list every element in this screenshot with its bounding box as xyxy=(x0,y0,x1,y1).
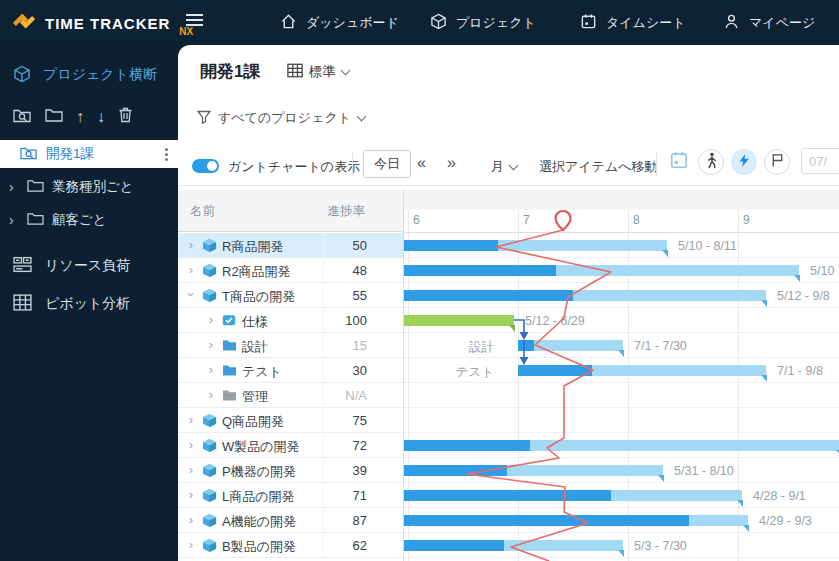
gantt-bar-progress xyxy=(404,240,498,251)
more-menu-icon[interactable] xyxy=(165,148,168,161)
trash-icon[interactable] xyxy=(118,107,133,127)
chevron-collapsed-icon[interactable]: › xyxy=(186,488,196,501)
chevron-right-icon: › xyxy=(9,179,19,195)
page-title: 開発1課 xyxy=(200,60,260,83)
search-folder-icon[interactable] xyxy=(13,107,32,128)
table-row[interactable]: ›L商品の開発71 xyxy=(178,483,403,508)
table-view-icon xyxy=(287,63,303,81)
chevron-collapsed-icon[interactable]: › xyxy=(186,438,196,451)
table-row[interactable]: ›A機能の開発87 xyxy=(178,508,403,533)
today-pin-icon xyxy=(556,211,571,230)
chevron-down-icon xyxy=(357,112,367,122)
chevron-collapsed-icon[interactable]: › xyxy=(186,263,196,276)
cube-icon xyxy=(202,288,217,303)
sidebar-item-pivot-analysis[interactable]: ピボット分析 xyxy=(0,288,178,320)
table-row[interactable]: ›管理N/A xyxy=(178,383,403,408)
task-name: W製品の開発 xyxy=(222,438,300,456)
gantt-toggle-label: ガントチャートの表示 xyxy=(228,158,360,176)
today-button[interactable]: 今日 xyxy=(363,150,411,178)
pivot-grid-icon xyxy=(13,294,32,314)
arrow-up-icon[interactable]: ↑ xyxy=(76,109,84,125)
nav-item-dashboard[interactable]: ダッシュボード xyxy=(280,0,399,45)
time-scale-selector[interactable]: 月 xyxy=(491,158,517,176)
pin-date-input[interactable] xyxy=(801,148,839,174)
table-row[interactable]: ›設計15 xyxy=(178,333,403,358)
project-filter[interactable]: すべてのプロジェクト xyxy=(197,109,365,127)
chevron-expanded-icon[interactable]: › xyxy=(185,290,198,300)
logo-title: TIME TRACKER xyxy=(45,15,170,32)
table-row[interactable]: ›P機器の開発39 xyxy=(178,458,403,483)
sidebar-item-by-worktype[interactable]: › 業務種別ごと xyxy=(0,173,178,201)
table-row[interactable]: ›R2商品開発48 xyxy=(178,258,403,283)
next-page-button[interactable]: » xyxy=(447,154,456,172)
chevron-down-icon xyxy=(509,161,519,171)
gantt-bar[interactable] xyxy=(404,290,766,301)
bar-date-label: 5/3 - 7/30 xyxy=(634,539,687,553)
task-progress: 75 xyxy=(353,413,367,428)
gantt-bar[interactable] xyxy=(404,490,742,501)
chevron-collapsed-icon[interactable]: › xyxy=(206,388,216,401)
sidebar-item-resource-load[interactable]: リソース負荷 xyxy=(0,250,178,282)
app-logo[interactable]: TIME TRACKER NX xyxy=(10,7,193,39)
gantt-bar[interactable] xyxy=(404,240,667,251)
nav-item-project[interactable]: プロジェクト xyxy=(430,0,536,45)
gantt-bar[interactable] xyxy=(404,515,748,526)
progress-line-button[interactable] xyxy=(731,149,757,175)
sidebar-item-dev1[interactable]: 開発1課 xyxy=(0,140,178,168)
prev-page-button[interactable]: « xyxy=(417,154,426,172)
sidebar-item-by-customer[interactable]: › 顧客ごと xyxy=(0,206,178,234)
chevron-collapsed-icon[interactable]: › xyxy=(186,238,196,251)
gantt-bar-progress xyxy=(404,490,611,501)
chevron-collapsed-icon[interactable]: › xyxy=(186,413,196,426)
table-row[interactable]: ›Q商品開発75 xyxy=(178,408,403,433)
table-row[interactable]: ›テスト30 xyxy=(178,358,403,383)
flag-icon xyxy=(770,152,785,172)
task-progress: 62 xyxy=(353,538,367,553)
gantt-bar[interactable] xyxy=(518,340,623,351)
gantt-bar[interactable] xyxy=(404,540,623,551)
table-row[interactable]: ›W製品の開発72 xyxy=(178,433,403,458)
chevron-collapsed-icon[interactable]: › xyxy=(206,313,216,326)
task-name: 管理 xyxy=(242,388,268,406)
gantt-bar-complete[interactable] xyxy=(404,315,514,326)
cube-icon xyxy=(202,413,217,428)
hamburger-menu-icon[interactable] xyxy=(186,14,203,28)
chevron-collapsed-icon[interactable]: › xyxy=(186,513,196,526)
gantt-row xyxy=(404,383,839,408)
critical-path-button[interactable] xyxy=(698,149,724,175)
table-row[interactable]: ›B製品の開発62 xyxy=(178,533,403,558)
cube-icon xyxy=(202,463,217,478)
gantt-bar[interactable] xyxy=(518,365,766,376)
check-task-icon xyxy=(222,313,236,327)
move-to-selection-button[interactable]: 選択アイテムへ移動 xyxy=(539,158,658,176)
nav-item-mypage[interactable]: マイページ xyxy=(723,0,815,45)
sidebar-section-projects[interactable]: プロジェクト横断 xyxy=(0,60,178,90)
table-row[interactable]: ›T商品の開発55 xyxy=(178,283,403,308)
task-name: B製品の開発 xyxy=(222,538,296,556)
chevron-collapsed-icon[interactable]: › xyxy=(186,463,196,476)
gantt-visibility-toggle[interactable] xyxy=(192,159,219,173)
flag-button[interactable] xyxy=(764,149,790,175)
bar-date-label: 5/31 - 8/10 xyxy=(674,464,734,478)
calendar-marker-button[interactable] xyxy=(666,149,692,175)
cube-icon xyxy=(202,263,217,278)
month-label: 9 xyxy=(743,213,750,227)
gantt-bar[interactable] xyxy=(404,440,839,451)
table-row[interactable]: ›仕様100 xyxy=(178,308,403,333)
task-name: A機能の開発 xyxy=(222,513,296,531)
resource-load-icon xyxy=(13,256,32,276)
gantt-bar[interactable] xyxy=(404,265,799,276)
task-progress: 39 xyxy=(353,463,367,478)
column-header-progress: 進捗率 xyxy=(328,203,366,220)
folder-icon[interactable] xyxy=(45,107,63,127)
table-row[interactable]: ›R商品開発50 xyxy=(178,233,403,258)
chevron-collapsed-icon[interactable]: › xyxy=(206,363,216,376)
chevron-collapsed-icon[interactable]: › xyxy=(186,538,196,551)
gantt-bar[interactable] xyxy=(404,465,663,476)
view-selector[interactable]: 標準 xyxy=(287,63,349,81)
arrow-down-icon[interactable]: ↓ xyxy=(97,109,105,125)
chevron-collapsed-icon[interactable]: › xyxy=(206,338,216,351)
task-name: Q商品開発 xyxy=(222,413,284,431)
nav-item-timesheet[interactable]: タイムシート xyxy=(580,0,686,45)
cube-icon xyxy=(202,438,217,453)
